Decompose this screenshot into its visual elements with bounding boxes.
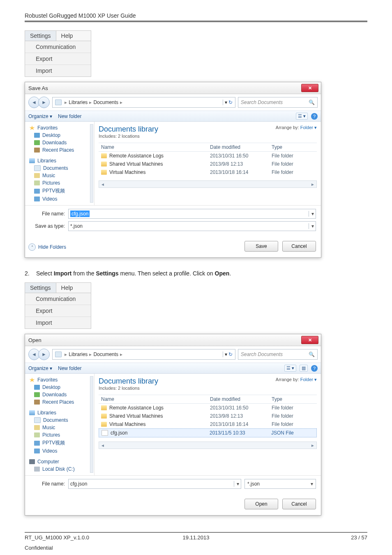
new-folder-button[interactable]: New folder: [58, 365, 81, 371]
menu-item-import[interactable]: Import: [25, 317, 91, 328]
arrange-value[interactable]: Folder ▾: [300, 377, 317, 382]
nav-videos[interactable]: Videos: [42, 448, 57, 454]
folder-icon: [101, 162, 107, 166]
settings-menu: Settings Help Communication Export Impor…: [25, 30, 91, 77]
column-headers[interactable]: Name Date modified Type: [99, 395, 317, 404]
nav-downloads[interactable]: Downloads: [42, 392, 67, 398]
save-button[interactable]: Save: [244, 241, 278, 252]
filename-input[interactable]: cfg.json ▾: [68, 209, 316, 219]
breadcrumb-documents[interactable]: Documents: [93, 352, 118, 357]
breadcrumb-libraries[interactable]: Libraries: [69, 352, 88, 357]
help-icon[interactable]: ?: [311, 365, 318, 372]
list-item[interactable]: Remote Assistance Logs 2013/10/31 16:50 …: [99, 152, 317, 160]
menu-item-export[interactable]: Export: [25, 53, 91, 65]
list-item[interactable]: Remote Assistance Logs 2013/10/31 16:50 …: [99, 404, 317, 412]
file-filter-select[interactable]: *.json ▾: [244, 479, 316, 489]
nav-pictures[interactable]: Pictures: [42, 180, 60, 186]
organize-button[interactable]: Organize ▾: [28, 365, 52, 371]
col-type[interactable]: Type: [272, 144, 317, 150]
search-input[interactable]: Search Documents 🔍: [238, 349, 318, 360]
nav-libraries[interactable]: Libraries: [37, 410, 56, 416]
library-subheader: Includes: 2 locations: [99, 386, 317, 391]
menu-item-communication[interactable]: Communication: [25, 41, 91, 53]
nav-videos[interactable]: Videos: [42, 196, 57, 202]
nav-recent-places[interactable]: Recent Places: [42, 399, 74, 405]
column-headers[interactable]: Name Date modified Type: [99, 143, 317, 152]
col-date[interactable]: Date modified: [210, 396, 272, 402]
nav-favorites[interactable]: Favorites: [37, 125, 58, 131]
cancel-button[interactable]: Cancel: [282, 499, 316, 509]
arrange-by[interactable]: Arrange by: Folder ▾: [276, 377, 317, 382]
col-name[interactable]: Name: [99, 144, 210, 150]
hide-folders-button[interactable]: ˄ Hide Folders: [25, 243, 66, 251]
folder-icon: [101, 170, 107, 175]
nav-pptv[interactable]: PPTV视频: [42, 439, 65, 446]
nav-music[interactable]: Music: [42, 425, 55, 430]
close-icon[interactable]: ✕: [301, 84, 318, 92]
chevron-down-icon[interactable]: ▾: [309, 223, 314, 229]
nav-scrollbar[interactable]: [90, 124, 93, 203]
savetype-input[interactable]: *.json ▾: [68, 221, 316, 231]
chevron-down-icon[interactable]: ▾: [234, 481, 239, 487]
horizontal-scrollbar[interactable]: ◄►: [99, 442, 317, 449]
nav-recent-places[interactable]: Recent Places: [42, 147, 74, 153]
nav-desktop[interactable]: Desktop: [42, 132, 60, 138]
nav-local-disk[interactable]: Local Disk (C:): [42, 466, 75, 472]
nav-downloads[interactable]: Downloads: [42, 140, 67, 146]
menu-item-communication[interactable]: Communication: [25, 293, 91, 305]
nav-forward-icon[interactable]: ►: [38, 349, 50, 360]
breadcrumb[interactable]: ▸ Libraries ▸ Documents ▸ ▾ ↻: [52, 349, 235, 360]
search-input[interactable]: Search Documents 🔍: [238, 97, 318, 108]
header-rule: [25, 21, 367, 22]
menu-settings[interactable]: Settings: [25, 283, 56, 293]
filename-value: cfg.json: [70, 481, 87, 487]
chevron-down-icon[interactable]: ▾: [309, 211, 314, 217]
arrange-by[interactable]: Arrange by: Folder ▾: [276, 125, 317, 130]
menu-help[interactable]: Help: [56, 283, 78, 293]
nav-favorites[interactable]: Favorites: [37, 377, 58, 383]
nav-pptv[interactable]: PPTV视频: [42, 187, 65, 194]
view-options-button[interactable]: ☰ ▾: [284, 365, 296, 372]
cancel-button[interactable]: Cancel: [282, 241, 316, 252]
new-folder-button[interactable]: New folder: [58, 113, 81, 119]
list-item[interactable]: Virtual Machines 2013/10/18 16:14 File f…: [99, 420, 317, 428]
help-icon[interactable]: ?: [311, 113, 318, 120]
menu-item-import[interactable]: Import: [25, 65, 91, 76]
nav-computer[interactable]: Computer: [37, 459, 59, 465]
list-item[interactable]: Virtual Machines 2013/10/18 16:14 File f…: [99, 168, 317, 176]
nav-music[interactable]: Music: [42, 173, 55, 178]
col-date[interactable]: Date modified: [210, 144, 272, 150]
menu-settings[interactable]: Settings: [25, 31, 56, 41]
menu-help[interactable]: Help: [56, 31, 78, 41]
refresh-icon[interactable]: ↻: [228, 99, 233, 105]
breadcrumb-drop-icon[interactable]: ▾: [225, 99, 227, 105]
breadcrumb-sep: ▸: [89, 352, 92, 357]
col-type[interactable]: Type: [272, 396, 317, 402]
close-icon[interactable]: ✕: [301, 336, 318, 344]
nav-documents[interactable]: Documents: [43, 417, 68, 423]
breadcrumb-documents[interactable]: Documents: [93, 99, 118, 105]
view-options-button[interactable]: ☰ ▾: [296, 113, 308, 120]
list-item[interactable]: Shared Virtual Machines 2013/9/8 12:13 F…: [99, 160, 317, 168]
filename-input[interactable]: cfg.json ▾: [68, 479, 241, 489]
breadcrumb[interactable]: ▸ Libraries ▸ Documents ▸ ▾ ↻: [52, 97, 235, 108]
refresh-icon[interactable]: ↻: [228, 352, 233, 357]
nav-pictures[interactable]: Pictures: [42, 432, 60, 438]
breadcrumb-libraries[interactable]: Libraries: [69, 99, 88, 105]
nav-libraries[interactable]: Libraries: [37, 158, 56, 164]
open-button[interactable]: Open: [244, 499, 278, 509]
nav-scrollbar[interactable]: [90, 376, 93, 473]
preview-pane-button[interactable]: ▥: [300, 365, 308, 372]
organize-button[interactable]: Organize ▾: [28, 113, 52, 119]
breadcrumb-drop-icon[interactable]: ▾: [225, 352, 227, 357]
menu-item-export[interactable]: Export: [25, 305, 91, 317]
chevron-down-icon[interactable]: ▾: [308, 481, 313, 487]
list-item-selected[interactable]: cfg.json 2013/11/5 10:33 JSON File: [99, 428, 317, 437]
horizontal-scrollbar[interactable]: ◄►: [99, 180, 317, 188]
list-item[interactable]: Shared Virtual Machines 2013/9/8 12:13 F…: [99, 412, 317, 420]
nav-forward-icon[interactable]: ►: [38, 97, 50, 108]
nav-desktop[interactable]: Desktop: [42, 384, 60, 390]
nav-documents[interactable]: Documents: [43, 165, 68, 171]
col-name[interactable]: Name: [99, 396, 210, 402]
arrange-value[interactable]: Folder ▾: [300, 125, 317, 130]
